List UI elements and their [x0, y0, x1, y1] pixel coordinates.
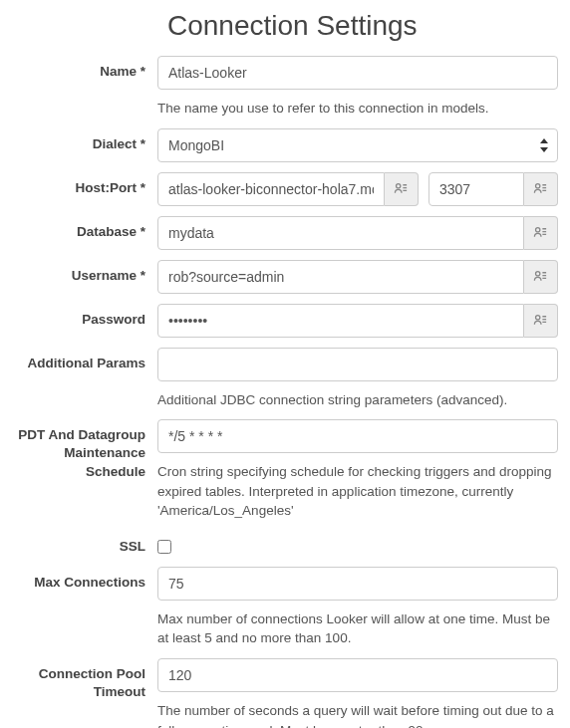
pdt-schedule-input[interactable]: [157, 419, 558, 453]
name-input[interactable]: [157, 56, 558, 90]
label-max: Max Connections: [12, 567, 157, 592]
svg-point-0: [397, 184, 401, 188]
label-password: Password: [12, 304, 157, 329]
port-input[interactable]: [428, 172, 524, 206]
max-connections-input[interactable]: [157, 567, 558, 601]
label-params: Additional Params: [12, 348, 157, 372]
svg-point-1: [536, 184, 540, 188]
database-input[interactable]: [157, 216, 524, 250]
dialect-select[interactable]: [157, 128, 558, 162]
label-hostport: Host:Port *: [12, 172, 157, 197]
help-pool: The number of seconds a query will wait …: [157, 701, 558, 728]
username-input[interactable]: [157, 260, 524, 294]
page-title: Connection Settings: [167, 10, 558, 42]
host-input[interactable]: [157, 172, 385, 206]
user-attribute-icon[interactable]: [385, 172, 419, 206]
user-attribute-icon[interactable]: [524, 304, 558, 338]
pool-timeout-input[interactable]: [157, 658, 558, 692]
label-dialect: Dialect *: [12, 128, 157, 153]
label-name: Name *: [12, 56, 157, 81]
user-attribute-icon[interactable]: [524, 260, 558, 294]
user-attribute-icon[interactable]: [524, 216, 558, 250]
svg-point-2: [536, 228, 540, 232]
ssl-checkbox[interactable]: [157, 540, 171, 554]
password-input[interactable]: [157, 304, 524, 338]
label-username: Username *: [12, 260, 157, 285]
params-input[interactable]: [157, 348, 558, 381]
help-pdt: Cron string specifying schedule for chec…: [157, 462, 558, 521]
label-ssl: SSL: [12, 531, 157, 556]
user-attribute-icon[interactable]: [524, 172, 558, 206]
label-database: Database *: [12, 216, 157, 241]
svg-point-3: [536, 272, 540, 276]
svg-point-4: [536, 316, 540, 320]
label-pool: Connection Pool Timeout: [12, 658, 157, 701]
help-max: Max number of connections Looker will al…: [157, 609, 558, 648]
help-name: The name you use to refer to this connec…: [157, 99, 558, 119]
label-pdt: PDT And Datagroup Maintenance Schedule: [12, 419, 157, 481]
help-params: Additional JDBC connection string parame…: [157, 390, 558, 410]
